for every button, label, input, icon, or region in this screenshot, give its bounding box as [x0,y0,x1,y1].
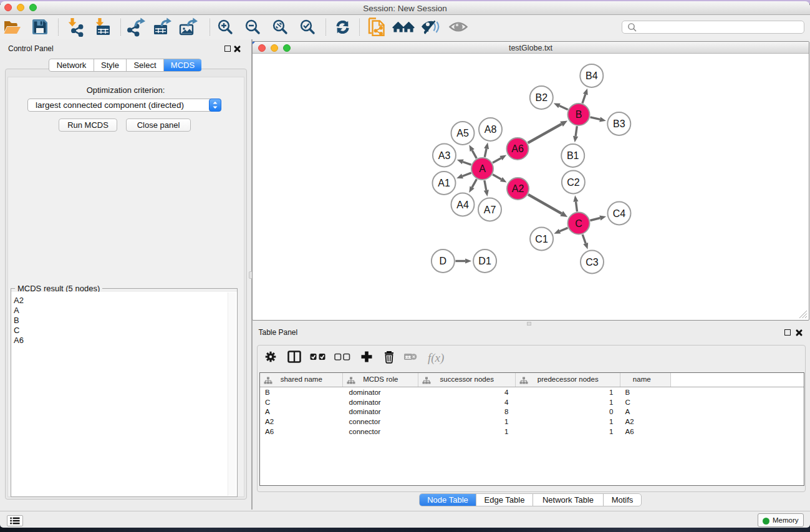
svg-text:B4: B4 [586,70,598,81]
svg-text:C2: C2 [567,177,580,188]
svg-text:A7: A7 [484,205,496,215]
svg-text:C4: C4 [613,208,626,219]
svg-text:A5: A5 [456,128,469,138]
svg-text:A: A [479,163,486,174]
svg-text:B1: B1 [567,150,579,161]
svg-text:B2: B2 [536,92,548,103]
svg-text:D: D [440,256,447,266]
svg-text:A1: A1 [438,178,450,188]
svg-text:A6: A6 [511,143,524,154]
svg-text:A3: A3 [438,150,451,161]
svg-text:B: B [576,109,582,120]
svg-text:A4: A4 [456,200,469,210]
svg-text:C1: C1 [535,234,548,244]
svg-text:C: C [575,218,582,229]
svg-text:A2: A2 [512,183,524,194]
svg-text:A8: A8 [485,124,497,135]
svg-text:C3: C3 [586,257,599,268]
svg-text:D1: D1 [478,256,491,266]
svg-text:B3: B3 [613,118,625,129]
